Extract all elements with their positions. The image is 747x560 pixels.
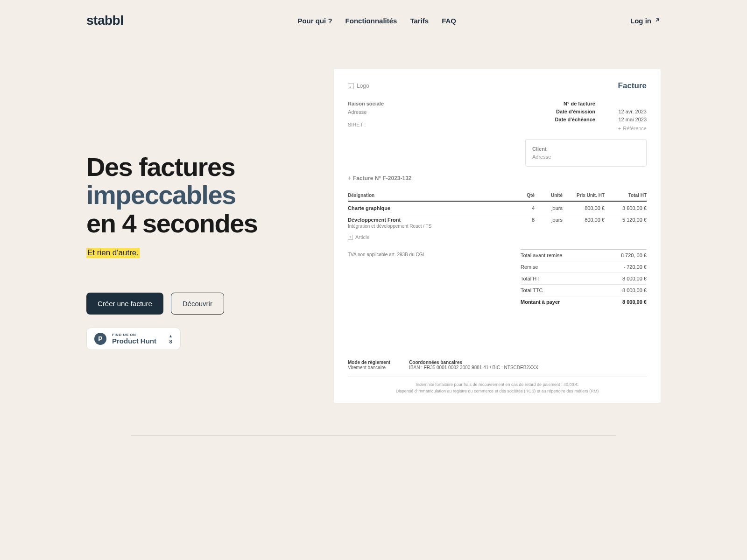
discount-label: Remise <box>521 264 538 270</box>
meta-issue-value[interactable]: 12 avr. 2023 <box>614 108 647 116</box>
main-content: Des factures impeccables en 4 secondes E… <box>86 69 661 403</box>
col-qty: Qté <box>511 190 535 201</box>
line-total: 3 600,00 € <box>605 201 647 213</box>
col-total: Total HT <box>605 190 647 201</box>
image-icon <box>348 83 354 89</box>
payment-info: Mode de règlement Virement bancaire Coor… <box>348 360 647 370</box>
amount-due-value: 8 000,00 € <box>622 299 647 305</box>
invoice-preview: Logo Facture Raison sociale Adresse SIRE… <box>334 69 661 403</box>
total-ttc-value: 8 000,00 € <box>622 287 647 293</box>
brand-logo[interactable]: stabbl <box>86 13 123 28</box>
login-label: Log in <box>630 17 651 25</box>
line-total: 5 120,00 € <box>605 213 647 231</box>
add-article-label: Article <box>355 234 370 240</box>
triangle-up-icon: ▲ <box>169 334 173 338</box>
col-designation: Désignation <box>348 190 511 201</box>
invoice-logo-label: Logo <box>357 83 369 89</box>
sender-block[interactable]: Raison sociale Adresse SIRET : <box>348 100 384 133</box>
create-invoice-button[interactable]: Créer une facture <box>86 293 163 315</box>
line-qty: 4 <box>511 201 535 213</box>
invoice-divider <box>348 377 647 377</box>
line-price: 800,00 € <box>563 213 605 231</box>
sender-company: Raison sociale <box>348 100 384 108</box>
legal-line2: Dispensé d'immatriculation au registre d… <box>348 388 647 395</box>
producthunt-badge[interactable]: P FIND US ON Product Hunt ▲ 8 <box>86 328 181 350</box>
line-unit: jours <box>535 213 563 231</box>
plus-square-icon: + <box>348 235 353 240</box>
meta-number-value[interactable] <box>614 100 647 108</box>
cta-row: Créer une facture Découvrir <box>86 293 306 315</box>
total-ttc-label: Total TTC <box>521 287 543 293</box>
producthunt-find: FIND US ON <box>112 333 156 337</box>
line-item[interactable]: Développement FrontIntégration et dévelo… <box>348 213 647 231</box>
line-name: Charte graphique <box>348 205 390 211</box>
discover-button[interactable]: Découvrir <box>171 293 224 315</box>
client-address: Adresse <box>532 153 640 161</box>
producthunt-votes: ▲ 8 <box>169 334 173 344</box>
line-name: Développement Front <box>348 217 401 223</box>
plus-icon: + <box>348 175 351 182</box>
meta-reference[interactable]: +Référence <box>555 125 647 133</box>
total-before-discount-label: Total avant remise <box>521 252 562 258</box>
nav-faq[interactable]: FAQ <box>442 17 456 25</box>
arrow-up-right-icon <box>654 17 661 25</box>
tagline: Et rien d'autre. <box>86 248 140 258</box>
client-name: Client <box>532 145 640 153</box>
line-unit: jours <box>535 201 563 213</box>
tva-note: TVA non applicable art. 293B du CGI <box>348 249 502 308</box>
hero-section: Des factures impeccables en 4 secondes E… <box>86 69 306 403</box>
payment-mode-label: Mode de règlement <box>348 360 390 365</box>
headline-line3: en 4 secondes <box>86 209 257 238</box>
payment-mode-value: Virement bancaire <box>348 365 390 370</box>
sender-siret: SIRET : <box>348 121 384 129</box>
col-unit-price: Prix Unit. HT <box>563 190 605 201</box>
invoice-number-line[interactable]: +Facture N° F-2023-132 <box>348 175 647 182</box>
login-link[interactable]: Log in <box>630 17 661 25</box>
meta-due-label: Date d'échéance <box>555 116 595 124</box>
header: stabbl Pour qui ? Fonctionnalités Tarifs… <box>86 0 661 41</box>
col-unit: Unité <box>535 190 563 201</box>
nav-pour-qui[interactable]: Pour qui ? <box>297 17 332 25</box>
total-ht-value: 8 000,00 € <box>622 276 647 281</box>
legal-notes: Indemnité forfaitaire pour frais de reco… <box>348 382 647 394</box>
footer-divider <box>131 435 616 436</box>
producthunt-vote-count: 8 <box>169 339 172 344</box>
meta-due-value[interactable]: 12 mai 2023 <box>614 116 647 124</box>
line-price: 800,00 € <box>563 201 605 213</box>
total-before-discount-value: 8 720, 00 € <box>621 252 647 258</box>
primary-nav: Pour qui ? Fonctionnalités Tarifs FAQ <box>297 17 456 25</box>
line-qty: 8 <box>511 213 535 231</box>
meta-issue-label: Date d'émission <box>556 108 595 116</box>
line-sub: Intégration et développement React / TS <box>348 224 511 229</box>
bank-value: IBAN : FR35 0001 0002 3000 9881 41 / BIC… <box>409 365 538 370</box>
invoice-title: Facture <box>618 81 647 91</box>
totals-block: Total avant remise8 720, 00 € Remise- 72… <box>521 249 647 308</box>
bank-label: Coordonnées bancaires <box>409 360 538 365</box>
amount-due-label: Montant à payer <box>521 299 560 305</box>
invoice-logo-placeholder[interactable]: Logo <box>348 81 369 91</box>
add-article-button[interactable]: + Article <box>348 234 647 240</box>
sender-address: Adresse <box>348 108 384 117</box>
producthunt-name: Product Hunt <box>112 337 156 345</box>
producthunt-icon: P <box>94 333 106 345</box>
plus-icon: + <box>618 126 621 131</box>
total-ht-label: Total HT <box>521 276 540 281</box>
legal-line1: Indemnité forfaitaire pour frais de reco… <box>348 382 647 388</box>
invoice-meta: N° de facture Date d'émission12 avr. 202… <box>555 100 647 133</box>
nav-fonctionnalites[interactable]: Fonctionnalités <box>345 17 397 25</box>
client-box[interactable]: Client Adresse <box>525 139 647 167</box>
headline-line1: Des factures <box>86 152 235 182</box>
headline-line2: impeccables <box>86 180 236 210</box>
nav-tarifs[interactable]: Tarifs <box>410 17 429 25</box>
line-item[interactable]: Charte graphique 4 jours 800,00 € 3 600,… <box>348 201 647 213</box>
headline: Des factures impeccables en 4 secondes <box>86 153 306 238</box>
discount-value: - 720,00 € <box>623 264 647 270</box>
producthunt-text: FIND US ON Product Hunt <box>112 333 156 345</box>
meta-number-label: N° de facture <box>564 100 595 108</box>
line-items-table: Désignation Qté Unité Prix Unit. HT Tota… <box>348 190 647 231</box>
